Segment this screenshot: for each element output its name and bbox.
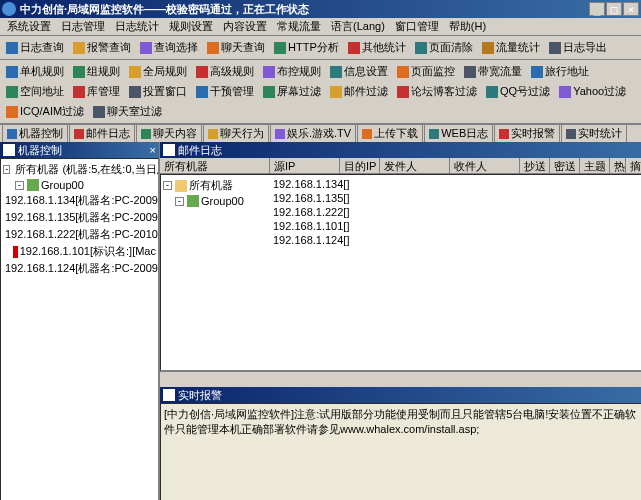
toolbar-干预管理[interactable]: 干预管理	[192, 82, 258, 101]
close-button[interactable]: ×	[623, 2, 639, 16]
menu-常规流量[interactable]: 常规流量	[272, 18, 326, 35]
tab-实时报警[interactable]: 实时报警	[494, 124, 560, 142]
toolbar-Yahoo过滤[interactable]: Yahoo过滤	[555, 82, 630, 101]
left-panel-close[interactable]: ×	[150, 144, 156, 156]
tree-group[interactable]: -Group00	[3, 178, 156, 192]
menu-日志管理[interactable]: 日志管理	[56, 18, 110, 35]
column-抄送[interactable]: 抄送	[520, 158, 550, 173]
machine-tree[interactable]: -所有机器 (机器:5,在线:0,当日总流量:0.000 K-Group0019…	[0, 158, 159, 500]
toolbar-信息设置[interactable]: 信息设置	[326, 62, 392, 81]
toolbar-聊天室过滤[interactable]: 聊天室过滤	[89, 102, 166, 121]
tree-group-icon	[27, 179, 39, 191]
column-主题[interactable]: 主题	[580, 158, 610, 173]
tab-label: 机器控制	[19, 126, 63, 141]
tab-label: 上传下载	[374, 126, 418, 141]
tab-聊天内容[interactable]: 聊天内容	[136, 124, 202, 142]
ip-row[interactable]: 192.168.1.135[]	[273, 191, 639, 205]
column-摘[interactable]: 摘	[626, 158, 641, 173]
tree-root-icon	[175, 180, 187, 192]
mail-list-body[interactable]: -所有机器-Group00 192.168.1.134[]192.168.1.1…	[160, 174, 641, 371]
menu-窗口管理[interactable]: 窗口管理	[390, 18, 444, 35]
column-热[interactable]: 热	[610, 158, 626, 173]
maximize-button[interactable]: □	[606, 2, 622, 16]
tree-toggle-icon[interactable]: -	[15, 181, 24, 190]
tab-娱乐.游戏.TV[interactable]: 娱乐.游戏.TV	[270, 124, 356, 142]
menu-规则设置[interactable]: 规则设置	[164, 18, 218, 35]
menubar: 系统设置日志管理日志统计规则设置内容设置常规流量语言(Lang)窗口管理帮助(H…	[0, 18, 641, 36]
toolbar-label: 页面监控	[411, 64, 455, 79]
tree-root[interactable]: -所有机器 (机器:5,在线:0,当日总流量:0.000 K	[3, 161, 156, 178]
tree-label: 所有机器	[189, 178, 233, 193]
menu-语言(Lang)[interactable]: 语言(Lang)	[326, 18, 390, 35]
tree-toggle-icon[interactable]: -	[163, 181, 172, 190]
column-收件人[interactable]: 收件人	[450, 158, 520, 173]
toolbar-库管理[interactable]: 库管理	[69, 82, 124, 101]
list-tree-group[interactable]: -Group00	[163, 194, 269, 208]
panel-icon	[3, 144, 15, 156]
toolbar-HTTP分析[interactable]: HTTP分析	[270, 38, 343, 57]
toolbar-屏幕过滤[interactable]: 屏幕过滤	[259, 82, 325, 101]
ip-row[interactable]: 192.168.1.134[]	[273, 177, 639, 191]
toolbar-label: 聊天查询	[221, 40, 265, 55]
toolbar-日志导出[interactable]: 日志导出	[545, 38, 611, 57]
toolbar-其他统计[interactable]: 其他统计	[344, 38, 410, 57]
toolbar-icon	[73, 42, 85, 54]
toolbar-查询选择[interactable]: 查询选择	[136, 38, 202, 57]
toolbar-label: 其他统计	[362, 40, 406, 55]
tab-聊天行为[interactable]: 聊天行为	[203, 124, 269, 142]
list-tree-root[interactable]: -所有机器	[163, 177, 269, 194]
tree-host[interactable]: 192.168.1.101[标识名:][Mac	[3, 243, 156, 260]
tab-WEB日志[interactable]: WEB日志	[424, 124, 493, 142]
tab-机器控制[interactable]: 机器控制	[2, 124, 68, 142]
tree-host[interactable]: 192.168.1.124[机器名:PC-20091119TB1	[3, 260, 156, 277]
toolbar-页面监控[interactable]: 页面监控	[393, 62, 459, 81]
horizontal-scrollbar[interactable]	[160, 371, 641, 385]
toolbar-全局规则[interactable]: 全局规则	[125, 62, 191, 81]
toolbar-单机规则[interactable]: 单机规则	[2, 62, 68, 81]
tab-邮件日志[interactable]: 邮件日志	[69, 124, 135, 142]
tree-label: 192.168.1.222[机器名:PC-20100306SS1	[5, 227, 159, 242]
ip-row[interactable]: 192.168.1.101[]	[273, 219, 639, 233]
tab-icon	[566, 129, 576, 139]
ip-row[interactable]: 192.168.1.124[]	[273, 233, 639, 247]
toolbar-聊天查询[interactable]: 聊天查询	[203, 38, 269, 57]
toolbar-流量统计[interactable]: 流量统计	[478, 38, 544, 57]
toolbar-icon	[397, 86, 409, 98]
toolbar-日志查询[interactable]: 日志查询	[2, 38, 68, 57]
tree-toggle-icon[interactable]: -	[3, 165, 10, 174]
toolbar-报警查询[interactable]: 报警查询	[69, 38, 135, 57]
menu-系统设置[interactable]: 系统设置	[2, 18, 56, 35]
column-发件人[interactable]: 发件人	[380, 158, 450, 173]
toolbar-高级规则[interactable]: 高级规则	[192, 62, 258, 81]
ip-row[interactable]: 192.168.1.222[]	[273, 205, 639, 219]
tree-host[interactable]: 192.168.1.135[机器名:PC-200911060MI	[3, 209, 156, 226]
alert-text[interactable]: [中力创信·局域网监控软件]注意:试用版部分功能使用受制而且只能管辖5台电脑!安…	[160, 403, 641, 500]
tree-label: 192.168.1.135[机器名:PC-200911060MI	[5, 210, 159, 225]
menu-帮助(H)[interactable]: 帮助(H)	[444, 18, 491, 35]
toolbar-页面清除[interactable]: 页面清除	[411, 38, 477, 57]
tab-上传下载[interactable]: 上传下载	[357, 124, 423, 142]
toolbar-投置窗口[interactable]: 投置窗口	[125, 82, 191, 101]
toolbar-ICQ/AIM过滤[interactable]: ICQ/AIM过滤	[2, 102, 88, 121]
toolbar-邮件过滤[interactable]: 邮件过滤	[326, 82, 392, 101]
minimize-button[interactable]: _	[589, 2, 605, 16]
tab-label: 聊天行为	[220, 126, 264, 141]
toolbar-布控规则[interactable]: 布控规则	[259, 62, 325, 81]
toolbar-带宽流量[interactable]: 带宽流量	[460, 62, 526, 81]
menu-内容设置[interactable]: 内容设置	[218, 18, 272, 35]
column-密送[interactable]: 密送	[550, 158, 580, 173]
menu-日志统计[interactable]: 日志统计	[110, 18, 164, 35]
toolbar-QQ号过滤[interactable]: QQ号过滤	[482, 82, 554, 101]
app-icon	[2, 2, 16, 16]
toolbar-旅行地址[interactable]: 旅行地址	[527, 62, 593, 81]
tree-host[interactable]: 192.168.1.134[机器名:PC-200911070U	[3, 192, 156, 209]
toolbar-论坛博客过滤[interactable]: 论坛博客过滤	[393, 82, 481, 101]
toolbar-组规则[interactable]: 组规则	[69, 62, 124, 81]
column-源IP[interactable]: 源IP	[270, 158, 340, 173]
column-目的IP[interactable]: 目的IP	[340, 158, 380, 173]
toolbar-空间地址[interactable]: 空间地址	[2, 82, 68, 101]
tab-实时统计[interactable]: 实时统计	[561, 124, 627, 142]
tree-toggle-icon[interactable]: -	[175, 197, 184, 206]
tree-host[interactable]: 192.168.1.222[机器名:PC-20100306SS1	[3, 226, 156, 243]
column-所有机器[interactable]: 所有机器	[160, 158, 270, 173]
